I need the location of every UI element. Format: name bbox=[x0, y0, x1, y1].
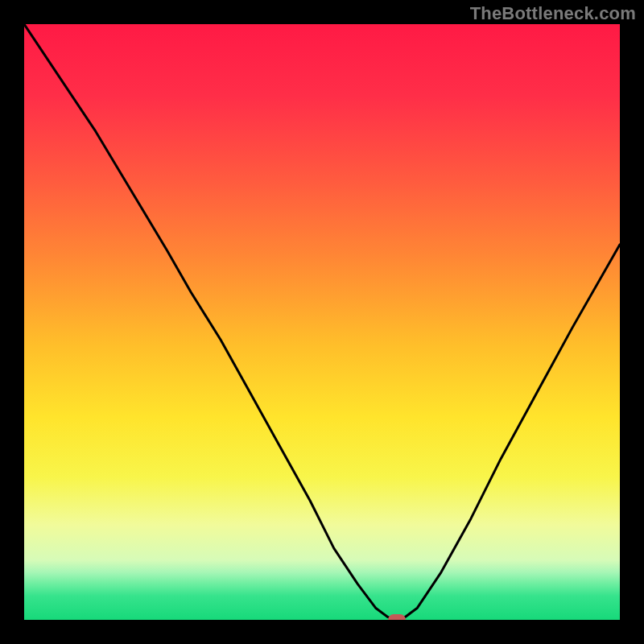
chart-frame: TheBottleneck.com bbox=[0, 0, 644, 644]
plot-area bbox=[24, 24, 620, 620]
watermark-text: TheBottleneck.com bbox=[470, 3, 636, 24]
gradient-background bbox=[24, 24, 620, 620]
